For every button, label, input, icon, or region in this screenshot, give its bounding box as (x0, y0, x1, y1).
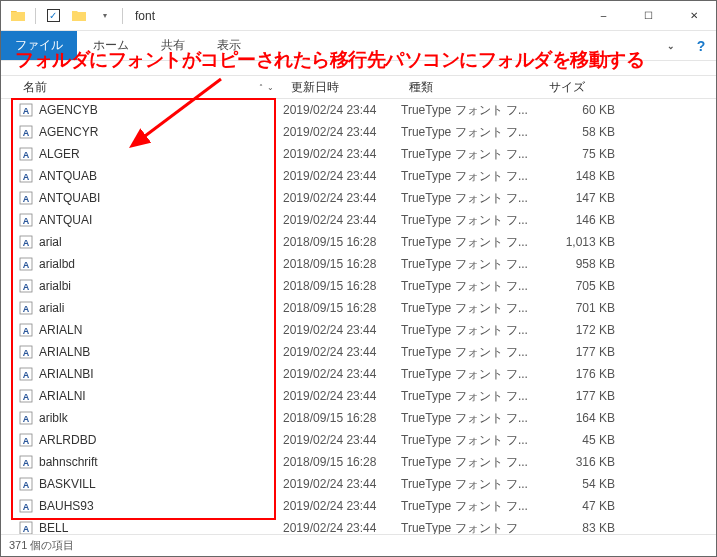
file-row[interactable]: AARIALNB2019/02/24 23:44TrueType フォント フ.… (1, 341, 716, 363)
window-title: font (131, 9, 581, 23)
file-type: TrueType フォント フ... (401, 410, 541, 427)
file-row[interactable]: AAGENCYB2019/02/24 23:44TrueType フォント フ.… (1, 99, 716, 121)
file-size: 148 KB (541, 169, 631, 183)
svg-text:A: A (23, 436, 30, 446)
file-row[interactable]: Aariblk2018/09/15 16:28TrueType フォント フ..… (1, 407, 716, 429)
file-row[interactable]: AANTQUAB2019/02/24 23:44TrueType フォント フ.… (1, 165, 716, 187)
file-row[interactable]: AARIALNI2019/02/24 23:44TrueType フォント フ.… (1, 385, 716, 407)
file-type: TrueType フォント フ... (401, 278, 541, 295)
column-header-size[interactable]: サイズ (541, 76, 631, 98)
file-name: arialbd (39, 257, 75, 271)
file-row[interactable]: Aarialbi2018/09/15 16:28TrueType フォント フ.… (1, 275, 716, 297)
file-type: TrueType フォント フ... (401, 498, 541, 515)
column-header-name[interactable]: 名前 ˄ ⌄ (1, 76, 283, 98)
file-list: AAGENCYB2019/02/24 23:44TrueType フォント フ.… (1, 99, 716, 539)
file-name: bahnschrift (39, 455, 98, 469)
file-size: 1,013 KB (541, 235, 631, 249)
file-row[interactable]: AARLRDBD2019/02/24 23:44TrueType フォント フ.… (1, 429, 716, 451)
file-date: 2018/09/15 16:28 (283, 301, 401, 315)
window-controls: – ☐ ✕ (581, 1, 716, 31)
file-date: 2019/02/24 23:44 (283, 367, 401, 381)
file-type: TrueType フォント フ... (401, 256, 541, 273)
file-row[interactable]: ABAUHS932019/02/24 23:44TrueType フォント フ.… (1, 495, 716, 517)
font-file-icon: A (19, 323, 33, 337)
file-type: TrueType フォント フ... (401, 146, 541, 163)
file-row[interactable]: AARIALNBI2019/02/24 23:44TrueType フォント フ… (1, 363, 716, 385)
file-row[interactable]: ABASKVILL2019/02/24 23:44TrueType フォント フ… (1, 473, 716, 495)
file-row[interactable]: Aariali2018/09/15 16:28TrueType フォント フ..… (1, 297, 716, 319)
maximize-button[interactable]: ☐ (626, 1, 671, 31)
file-date: 2019/02/24 23:44 (283, 169, 401, 183)
font-file-icon: A (19, 125, 33, 139)
folder-icon[interactable] (7, 5, 29, 27)
font-file-icon: A (19, 411, 33, 425)
font-file-icon: A (19, 169, 33, 183)
file-row[interactable]: AANTQUABI2019/02/24 23:44TrueType フォント フ… (1, 187, 716, 209)
close-button[interactable]: ✕ (671, 1, 716, 31)
file-name: ANTQUAB (39, 169, 97, 183)
file-type: TrueType フォント フ... (401, 234, 541, 251)
column-date-label: 更新日時 (291, 79, 339, 96)
annotation-text: フォルダにフォントがコピーされたら移行先パソコンにフォルダを移動する (15, 47, 706, 73)
file-size: 177 KB (541, 345, 631, 359)
file-name: AGENCYB (39, 103, 98, 117)
file-type: TrueType フォント フ... (401, 168, 541, 185)
font-file-icon: A (19, 147, 33, 161)
file-row[interactable]: Abahnschrift2018/09/15 16:28TrueType フォン… (1, 451, 716, 473)
svg-text:A: A (23, 326, 30, 336)
font-file-icon: A (19, 103, 33, 117)
file-name: ANTQUABI (39, 191, 100, 205)
file-date: 2019/02/24 23:44 (283, 191, 401, 205)
file-type: TrueType フォント フ... (401, 476, 541, 493)
file-name: ARIALNB (39, 345, 90, 359)
file-type: TrueType フォント フ... (401, 432, 541, 449)
titlebar: ✓ ▾ font – ☐ ✕ (1, 1, 716, 31)
file-row[interactable]: AARIALN2019/02/24 23:44TrueType フォント フ..… (1, 319, 716, 341)
file-name: ANTQUAI (39, 213, 92, 227)
file-date: 2019/02/24 23:44 (283, 433, 401, 447)
file-size: 75 KB (541, 147, 631, 161)
file-name: ariblk (39, 411, 68, 425)
file-date: 2019/02/24 23:44 (283, 345, 401, 359)
item-count: 371 個の項目 (9, 538, 74, 553)
checkbox-checked-icon[interactable]: ✓ (42, 5, 64, 27)
file-type: TrueType フォント フ... (401, 212, 541, 229)
folder-small-icon[interactable] (68, 5, 90, 27)
file-date: 2018/09/15 16:28 (283, 411, 401, 425)
qat-dropdown-icon[interactable]: ▾ (94, 5, 116, 27)
font-file-icon: A (19, 477, 33, 491)
column-header-type[interactable]: 種類 (401, 76, 541, 98)
font-file-icon: A (19, 499, 33, 513)
svg-text:A: A (23, 348, 30, 358)
svg-text:A: A (23, 480, 30, 490)
font-file-icon: A (19, 367, 33, 381)
file-row[interactable]: Aarialbd2018/09/15 16:28TrueType フォント フ.… (1, 253, 716, 275)
svg-text:A: A (23, 150, 30, 160)
column-header-date[interactable]: 更新日時 (283, 76, 401, 98)
file-type: TrueType フォント フ... (401, 102, 541, 119)
file-date: 2019/02/24 23:44 (283, 125, 401, 139)
file-row[interactable]: Aarial2018/09/15 16:28TrueType フォント フ...… (1, 231, 716, 253)
minimize-button[interactable]: – (581, 1, 626, 31)
file-row[interactable]: AALGER2019/02/24 23:44TrueType フォント フ...… (1, 143, 716, 165)
file-date: 2018/09/15 16:28 (283, 257, 401, 271)
file-size: 701 KB (541, 301, 631, 315)
file-date: 2018/09/15 16:28 (283, 455, 401, 469)
file-size: 54 KB (541, 477, 631, 491)
file-name: ariali (39, 301, 64, 315)
file-name: ARIALN (39, 323, 82, 337)
svg-text:A: A (23, 524, 30, 534)
svg-text:A: A (23, 502, 30, 512)
file-size: 176 KB (541, 367, 631, 381)
file-size: 705 KB (541, 279, 631, 293)
font-file-icon: A (19, 213, 33, 227)
file-row[interactable]: AAGENCYR2019/02/24 23:44TrueType フォント フ.… (1, 121, 716, 143)
file-name: BELL (39, 521, 68, 535)
sort-asc-icon: ˄ (259, 83, 263, 92)
svg-text:A: A (23, 238, 30, 248)
file-row[interactable]: AANTQUAI2019/02/24 23:44TrueType フォント フ.… (1, 209, 716, 231)
file-size: 172 KB (541, 323, 631, 337)
file-size: 60 KB (541, 103, 631, 117)
svg-text:A: A (23, 414, 30, 424)
column-filter-icon[interactable]: ⌄ (267, 83, 274, 92)
